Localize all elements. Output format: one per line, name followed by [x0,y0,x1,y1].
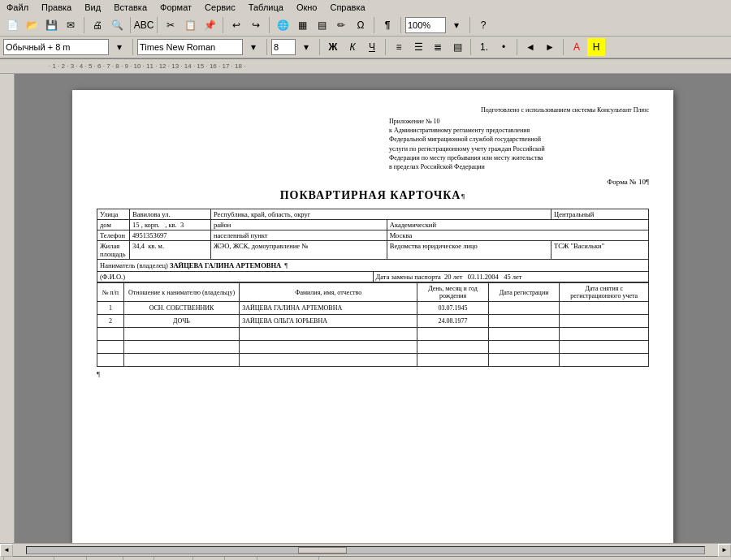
status-extend[interactable]: ВДЛ [193,557,225,560]
copy-button[interactable]: 📋 [181,16,199,34]
align-left-button[interactable]: ≡ [390,38,408,56]
menu-table[interactable]: Таблица [245,2,287,13]
preview-button[interactable]: 🔍 [108,16,126,34]
bold-button[interactable]: Ж [324,38,342,56]
menu-insert[interactable]: Вставка [110,2,150,13]
sep3 [157,17,158,33]
status-col: Ст 1 [54,557,86,560]
house-label-cell: дом [97,220,130,230]
resident-num [97,328,124,341]
table-button[interactable]: ▦ [293,16,311,34]
print-button[interactable]: 🖨 [89,16,106,34]
underline-button[interactable]: Ч [363,38,381,56]
undo-button[interactable]: ↩ [227,16,245,34]
scroll-left-arrow[interactable]: ◄ [0,544,13,557]
cut-button[interactable]: ✂ [162,16,180,34]
resident-relation: ДОЧЬ [123,315,239,328]
status-lang: русский (Ро [257,557,319,560]
italic-button[interactable]: К [344,38,361,56]
resident-birthdate [417,354,489,367]
resident-relation [123,341,239,354]
zoom-dropdown[interactable]: ▾ [448,16,465,34]
bullets-button[interactable]: • [495,38,513,56]
fontsize-input[interactable] [271,39,296,55]
status-rec[interactable]: ЗАП [123,557,155,560]
redo-button[interactable]: ↪ [247,16,265,34]
status-fix[interactable]: ИСПР [154,557,193,560]
new-button[interactable]: 📄 [3,16,21,34]
annex-line5: Федерации по месту пребывания или месту … [389,153,649,162]
region-value-cell: Центральный [551,209,649,220]
sep12 [385,39,386,55]
resident-row: 1ОСН. СОБСТВЕННИКЗАЙЦЕВА ГАЛИНА АРТЕМОВН… [97,302,649,315]
menu-view[interactable]: Вид [81,2,104,13]
horizontal-scrollbar[interactable]: ◄ ► [0,543,731,556]
resident-num [97,354,124,367]
annex-line6: в пределах Российской Федерации [389,162,649,171]
house-value-cell: 15 , корп. , кв. 3 [130,220,211,230]
menu-file[interactable]: Файл [3,2,32,13]
resident-reg-date [488,302,560,315]
area-label-cell: Жилая площадь [97,241,130,260]
save-button[interactable]: 💾 [42,16,60,34]
street-value-cell: Вавилова ул. [130,209,211,220]
form-number: Форма № 10¶ [97,178,649,186]
paste-button[interactable]: 📌 [201,16,218,34]
hyperlink-button[interactable]: 🌐 [274,16,292,34]
resident-reg-date [488,341,560,354]
settlement-value-cell: Москва [387,230,648,241]
style-dropdown[interactable]: ▾ [110,38,128,56]
scroll-right-arrow[interactable]: ► [718,544,731,557]
resident-row [97,341,649,354]
status-replace[interactable]: ЗАМ [225,557,257,560]
open-button[interactable]: 📂 [23,16,41,34]
sep15 [563,39,564,55]
col-reg-date: Дата регистрации [488,283,560,302]
sep11 [319,39,320,55]
org-label-cell: ЖЭО, ЖСК, домоуправление № [211,241,387,260]
pilcrow-button[interactable]: ¶ [378,16,396,34]
status-row: Кол 1 [87,557,123,560]
spellcheck-button[interactable]: ABC [135,16,153,34]
menu-format[interactable]: Формат [157,2,195,13]
resident-reg-date [488,315,560,328]
indent-decrease-button[interactable]: ◄ [521,38,539,56]
align-justify-button[interactable]: ▤ [448,38,466,56]
align-center-button[interactable]: ☰ [409,38,427,56]
email-button[interactable]: ✉ [62,16,80,34]
sep1 [84,17,84,33]
align-right-button[interactable]: ≣ [429,38,447,56]
font-color-button[interactable]: A [568,38,586,56]
toolbar-row2: ▾ ▾ ▾ Ж К Ч ≡ ☰ ≣ ▤ 1. • ◄ ► A H [0,37,731,58]
address-row3: Телефон 4951353697 населенный пункт Моск… [97,230,649,241]
doc-container[interactable]: Подготовлено с использованием системы Ко… [15,74,731,543]
document-page: Подготовлено с использованием системы Ко… [72,90,673,543]
fontsize-dropdown[interactable]: ▾ [297,38,315,56]
columns-button[interactable]: ▤ [313,16,331,34]
drawing-button[interactable]: ✏ [332,16,350,34]
scroll-thumb[interactable] [298,547,347,554]
end-mark: ¶ [97,370,649,378]
font-dropdown[interactable]: ▾ [244,38,262,56]
statusbar: На 1,5см Ст 1 Кол 1 ЗАП ИСПР ВДЛ ЗАМ рус… [0,556,731,560]
menu-window[interactable]: Окно [293,2,321,13]
menu-tools[interactable]: Сервис [201,2,239,13]
numbering-button[interactable]: 1. [475,38,493,56]
menu-help[interactable]: Справка [327,2,368,13]
font-input[interactable] [137,39,243,55]
resident-birthdate: 24.08.1977 [417,315,489,328]
zoom-input[interactable] [405,17,446,33]
annex-line4: услуги по регистрационному учету граждан… [389,144,649,153]
scroll-track[interactable] [26,546,705,554]
indent-increase-button[interactable]: ► [541,38,559,56]
passport-date-cell: Дата замены паспорта 20 лет 03.11.2004 4… [373,272,649,282]
help-button[interactable]: ? [474,16,492,34]
col-birthdate: День, месяц и год рождения [417,283,489,302]
menu-edit[interactable]: Правка [38,2,75,13]
special-chars-button[interactable]: Ω [352,16,370,34]
style-input[interactable] [3,39,109,55]
resident-reg-date [488,354,560,367]
resident-dereg-date [560,315,649,328]
sep5 [269,17,270,33]
highlight-button[interactable]: H [587,38,605,56]
